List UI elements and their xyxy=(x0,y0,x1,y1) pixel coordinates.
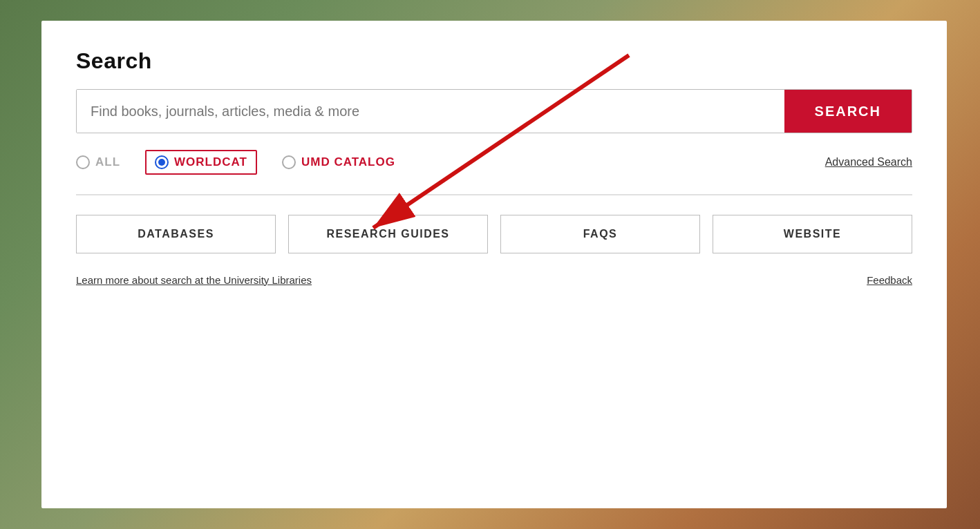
radio-worldcat-label: WORLDCAT xyxy=(174,155,247,169)
radio-all-label: ALL xyxy=(95,155,120,169)
radio-umd-catalog-label: UMD CATALOG xyxy=(301,155,395,169)
search-button[interactable]: SEARCH xyxy=(784,90,912,133)
radio-worldcat[interactable]: WORLDCAT xyxy=(145,150,257,175)
advanced-search-link[interactable]: Advanced Search xyxy=(825,156,912,169)
radio-umd-catalog[interactable]: UMD CATALOG xyxy=(282,155,395,169)
website-button[interactable]: WEBSITE xyxy=(713,215,912,253)
search-input[interactable] xyxy=(77,90,784,133)
radio-all[interactable]: ALL xyxy=(76,155,120,169)
radio-worldcat-input[interactable] xyxy=(155,155,169,169)
learn-more-link[interactable]: Learn more about search at the Universit… xyxy=(76,274,312,286)
search-bar: SEARCH xyxy=(76,89,912,133)
footer-row: Learn more about search at the Universit… xyxy=(76,274,912,286)
main-container: Search SEARCH ALL WORLDCAT UMD CATALOG A… xyxy=(41,21,947,508)
divider xyxy=(76,194,912,195)
feedback-link[interactable]: Feedback xyxy=(867,274,912,286)
databases-button[interactable]: DATABASES xyxy=(76,215,276,253)
quick-links-row: DATABASES RESEARCH GUIDES FAQS WEBSITE xyxy=(76,215,912,253)
search-scope-row: ALL WORLDCAT UMD CATALOG Advanced Search xyxy=(76,150,912,175)
radio-umd-catalog-input[interactable] xyxy=(282,155,296,169)
svg-line-1 xyxy=(373,55,629,228)
faqs-button[interactable]: FAQS xyxy=(500,215,700,253)
radio-all-input[interactable] xyxy=(76,155,90,169)
research-guides-button[interactable]: RESEARCH GUIDES xyxy=(288,215,488,253)
page-title: Search xyxy=(76,48,912,74)
